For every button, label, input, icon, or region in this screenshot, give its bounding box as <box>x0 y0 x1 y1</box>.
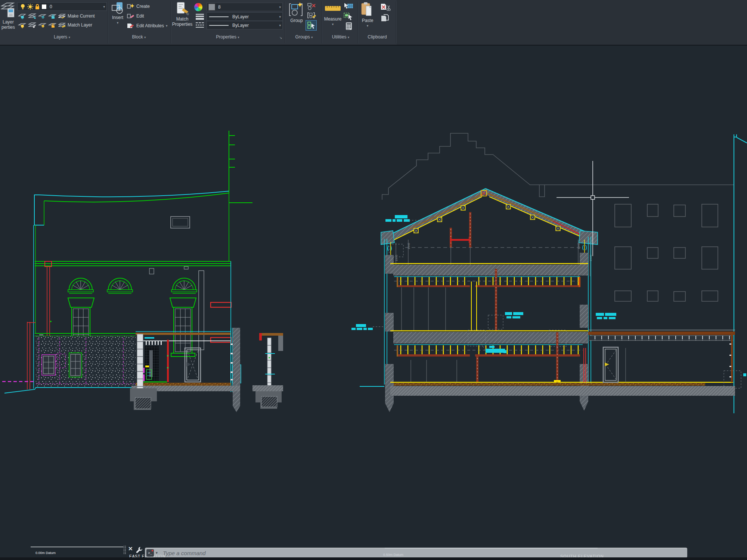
edit-block-button[interactable]: Edit <box>126 13 144 19</box>
command-palette-close-icon[interactable]: ✕ <box>128 545 133 552</box>
current-layer-name: 0 <box>50 4 52 9</box>
dim-label: 1945 <box>407 243 410 249</box>
lineweight-sample <box>209 16 229 17</box>
match-layer-button[interactable]: Match Layer <box>68 22 92 28</box>
group-edit-icon[interactable] <box>307 11 317 19</box>
linetype-value: ByLayer <box>232 23 249 28</box>
drawing-canvas[interactable]: 1975 1945 1945 1930 <box>0 0 747 560</box>
group-icon <box>289 1 304 18</box>
ribbon: Layer perties 0 ▾ Make Current Match La <box>0 0 747 46</box>
groups-panel-label[interactable]: Groups ▾ <box>286 34 322 42</box>
layer-unisolate-icon[interactable] <box>28 22 36 28</box>
lineweight-value: ByLayer <box>232 14 249 19</box>
lineweight-icon <box>195 13 205 20</box>
linetype-icon <box>195 21 205 29</box>
command-recent-dropdown-icon[interactable]: ▼ <box>155 551 158 555</box>
linetype-select[interactable]: ByLayer ▾ <box>207 21 283 29</box>
command-line-bar[interactable]: >_ ▼ Type a command <box>145 548 687 558</box>
status-bar <box>0 557 747 560</box>
linetype-sample <box>209 25 229 26</box>
layer-properties-label-1: Layer <box>3 19 14 25</box>
dim-label: 1975 <box>395 255 398 261</box>
paste-button[interactable]: Paste ▾ <box>359 1 376 28</box>
layer-unlock-icon[interactable] <box>48 22 56 28</box>
color-value: 8 <box>218 4 221 10</box>
layer-tools-row-2: Match Layer <box>18 22 92 28</box>
dim-label: 1945 <box>577 243 580 249</box>
clipboard-panel-label: Clipboard <box>359 34 396 42</box>
layer-thaw-icon[interactable] <box>38 22 46 28</box>
block-panel-label[interactable]: Block ▾ <box>109 34 169 42</box>
layer-select[interactable]: 0 ▾ <box>17 2 107 11</box>
command-palette-drag-handle[interactable] <box>123 545 127 554</box>
edit-block-icon <box>126 13 134 19</box>
color-wheel-icon <box>194 3 202 11</box>
layer-isolate-icon[interactable] <box>28 13 36 19</box>
datum-label-left: 0.00m Datum <box>35 551 56 555</box>
measure-button[interactable]: Measure ▾ <box>323 1 342 27</box>
lock-icon <box>34 3 41 10</box>
layer-properties-icon <box>1 1 16 19</box>
copy-clip-icon[interactable] <box>380 13 391 24</box>
layer-properties-button[interactable]: Layer perties <box>0 1 16 30</box>
command-prompt-icon[interactable]: >_ <box>146 549 154 557</box>
paste-icon <box>361 1 374 18</box>
properties-dialog-launcher[interactable]: ↘ <box>279 36 282 40</box>
create-block-icon <box>126 3 134 10</box>
command-input[interactable]: Type a command <box>163 550 206 556</box>
layer-color-swatch <box>41 3 47 10</box>
object-color-select[interactable]: 8 ▾ <box>207 3 283 11</box>
edit-attributes-icon <box>126 22 134 29</box>
layer-tools-row-1: Make Current <box>18 13 95 19</box>
color-swatch <box>208 4 215 10</box>
measure-icon <box>324 1 341 16</box>
command-palette-wrench-icon[interactable] <box>135 546 143 554</box>
layers-panel-label[interactable]: Layers ▾ <box>17 34 107 42</box>
ungroup-icon[interactable] <box>307 2 317 10</box>
quick-select-icon[interactable] <box>344 2 354 11</box>
ribbon-empty-area <box>397 0 747 45</box>
layer-off-icon[interactable] <box>18 13 26 19</box>
create-block-button[interactable]: Create <box>126 3 150 10</box>
layer-properties-label-2: perties <box>1 25 15 30</box>
layer-lock-icon[interactable] <box>48 13 56 19</box>
select-similar-icon[interactable] <box>343 12 353 21</box>
bulb-icon <box>19 3 27 10</box>
layer-on-icon[interactable] <box>18 22 26 28</box>
group-selection-toggle[interactable] <box>306 20 317 31</box>
properties-panel-label[interactable]: Properties ▾ <box>173 34 283 42</box>
make-current-icon <box>58 13 66 19</box>
autocad-window: 1975 1945 1945 1930 <box>0 0 747 560</box>
match-layer-icon <box>58 22 66 28</box>
utilities-panel-label[interactable]: Utilities ▾ <box>323 34 358 42</box>
match-properties-button[interactable]: Match Properties <box>173 1 192 27</box>
match-properties-icon <box>176 1 189 16</box>
insert-icon <box>111 1 124 15</box>
cut-icon[interactable] <box>379 3 391 12</box>
sun-icon <box>27 3 34 10</box>
insert-button[interactable]: Insert ▾ <box>109 1 126 25</box>
layer-freeze-icon[interactable] <box>38 13 46 19</box>
quick-calc-icon[interactable] <box>345 22 353 31</box>
make-current-button[interactable]: Make Current <box>68 13 95 19</box>
group-button[interactable]: Group <box>288 1 306 23</box>
lineweight-select[interactable]: ByLayer ▾ <box>207 12 283 21</box>
edit-attributes-button[interactable]: Edit Attributes ▾ <box>126 22 168 29</box>
